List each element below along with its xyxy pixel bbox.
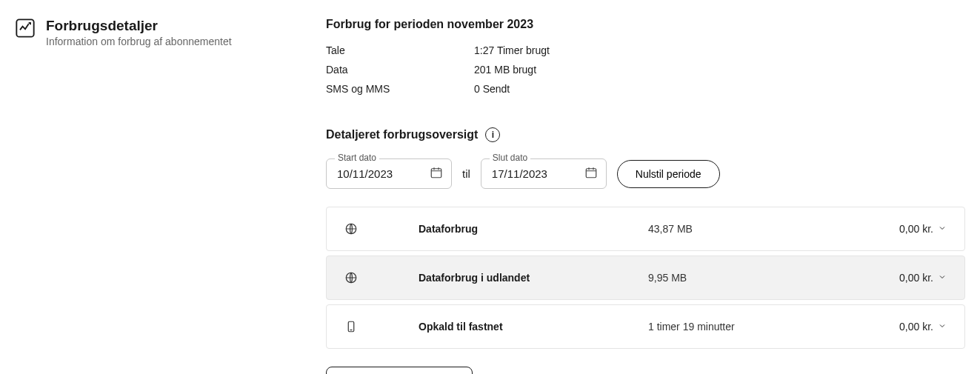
page-subtitle: Information om forbrug af abonnementet bbox=[46, 36, 232, 47]
detailed-heading: Detaljeret forbrugsoversigt bbox=[326, 128, 478, 141]
start-date-legend: Start dato bbox=[335, 153, 379, 163]
usage-price: 0,00 kr. bbox=[899, 223, 933, 235]
order-usage-report-button[interactable]: Bestil forbrugsrapport bbox=[326, 367, 473, 374]
usage-amount: 1 timer 19 minutter bbox=[648, 321, 899, 333]
reset-period-button[interactable]: Nulstil periode bbox=[617, 160, 720, 188]
til-label: til bbox=[462, 167, 470, 180]
usage-amount: 43,87 MB bbox=[648, 223, 899, 235]
summary-label-data: Data bbox=[326, 64, 474, 76]
chart-icon bbox=[15, 18, 36, 374]
globe-icon bbox=[344, 222, 419, 236]
chevron-down-icon bbox=[938, 272, 947, 284]
end-date-field[interactable]: Slut dato bbox=[481, 158, 607, 189]
end-date-input[interactable] bbox=[481, 158, 607, 189]
usage-title: Dataforbrug i udlandet bbox=[419, 272, 648, 284]
globe-icon bbox=[344, 271, 419, 284]
chevron-down-icon bbox=[938, 223, 947, 235]
start-date-field[interactable]: Start dato bbox=[326, 158, 452, 189]
summary-value-tale: 1:27 Timer brugt bbox=[474, 44, 965, 56]
usage-row-data-abroad[interactable]: Dataforbrug i udlandet 9,95 MB 0,00 kr. bbox=[326, 256, 965, 300]
start-date-input[interactable] bbox=[326, 158, 452, 189]
summary-label-tale: Tale bbox=[326, 44, 474, 56]
summary-label-sms: SMS og MMS bbox=[326, 83, 474, 95]
chevron-down-icon bbox=[938, 321, 947, 333]
usage-title: Opkald til fastnet bbox=[419, 321, 648, 333]
usage-title: Dataforbrug bbox=[419, 223, 648, 235]
usage-row-data[interactable]: Dataforbrug 43,87 MB 0,00 kr. bbox=[326, 207, 965, 251]
page-title: Forbrugsdetaljer bbox=[46, 18, 232, 34]
info-icon[interactable]: i bbox=[485, 127, 500, 142]
summary-value-sms: 0 Sendt bbox=[474, 83, 965, 95]
usage-price: 0,00 kr. bbox=[899, 272, 933, 284]
usage-amount: 9,95 MB bbox=[648, 272, 899, 284]
usage-price: 0,00 kr. bbox=[899, 321, 933, 333]
summary-heading: Forbrug for perioden november 2023 bbox=[326, 18, 965, 31]
end-date-legend: Slut dato bbox=[490, 153, 530, 163]
usage-row-landline[interactable]: Opkald til fastnet 1 timer 19 minutter 0… bbox=[326, 304, 965, 349]
summary-value-data: 201 MB brugt bbox=[474, 64, 965, 76]
phone-icon bbox=[344, 320, 419, 333]
